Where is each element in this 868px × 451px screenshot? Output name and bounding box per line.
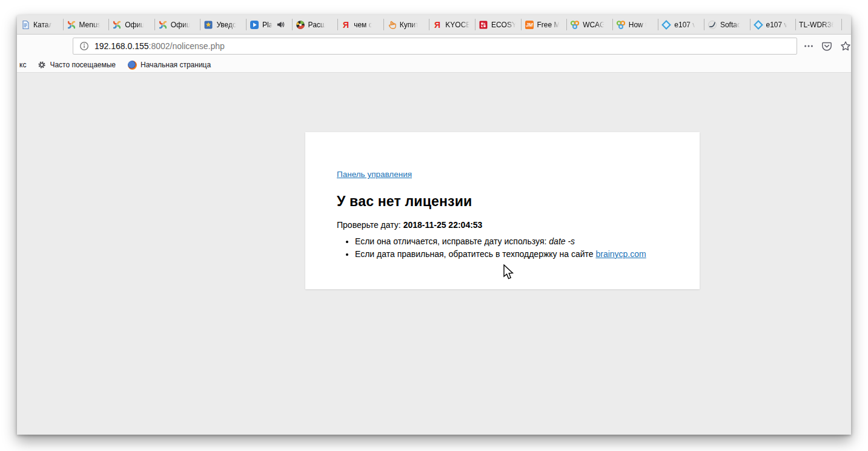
- url-host: 192.168.0.155: [94, 41, 149, 51]
- svg-text:Я: Я: [434, 20, 440, 30]
- tab-label: Катал: [33, 21, 53, 29]
- bookmark-label: Часто посещаемые: [50, 61, 116, 69]
- browser-tab[interactable]: Menus: [63, 15, 109, 34]
- browser-tab[interactable]: JM Free M: [521, 15, 567, 34]
- tab-separator: [841, 19, 842, 30]
- instruction-list: Если она отличается, исправьте дату испо…: [337, 236, 669, 259]
- tab-label: Офиц: [125, 21, 145, 29]
- circles-icon: [616, 20, 626, 30]
- extensions-icon: [296, 20, 305, 30]
- e107-icon: [754, 20, 763, 30]
- screenshot-canvas: Катал Menus Офиц Офиц Уведо Pla Расш Я ч…: [0, 0, 868, 451]
- tab-label: ECOSY: [491, 21, 517, 29]
- bookmark-item-partial[interactable]: кс: [18, 59, 27, 70]
- url-text: 192.168.0.155:8002/nolicense.php: [94, 41, 225, 51]
- jm-icon: JM: [525, 20, 534, 30]
- svg-text:Я: Я: [343, 20, 349, 30]
- browser-tab[interactable]: Катал: [17, 15, 63, 34]
- joomla-icon: [112, 20, 122, 30]
- yandex-icon: Я: [341, 20, 351, 30]
- browser-tab[interactable]: Я KYOCE: [429, 15, 475, 34]
- browser-tab[interactable]: ECOSY: [475, 15, 521, 34]
- joomla-icon: [158, 20, 168, 30]
- browser-tab[interactable]: How t: [612, 15, 658, 34]
- tab-label: Free M: [537, 21, 560, 29]
- page-content: Панель управления У вас нет лицензии Про…: [17, 72, 851, 434]
- yandex-icon: Я: [432, 20, 442, 30]
- svg-text:JM: JM: [526, 22, 533, 28]
- tab-audio-speaker-icon[interactable]: [276, 20, 285, 29]
- tab-label: WCAG: [583, 21, 605, 29]
- browser-tab[interactable]: WCAG: [566, 15, 612, 34]
- list-item-text: Если она отличается, исправьте дату испо…: [355, 236, 546, 246]
- navigation-toolbar: 192.168.0.155:8002/nolicense.php: [17, 35, 851, 58]
- browser-tab[interactable]: Расш: [292, 15, 338, 34]
- tab-label: Купит: [400, 21, 419, 29]
- tab-label: Уведо: [216, 21, 236, 29]
- browser-tab[interactable]: e107 v: [750, 15, 796, 34]
- browser-tab[interactable]: Softac: [704, 15, 750, 34]
- tab-label: Softac: [720, 21, 741, 29]
- gear-icon: [38, 61, 46, 69]
- click-icon: [387, 20, 397, 30]
- e107-icon: [661, 20, 671, 30]
- tab-label: KYOCE: [445, 21, 471, 29]
- bookmark-label: Начальная страница: [141, 61, 211, 69]
- urlbar-actions: [804, 41, 851, 52]
- mouse-cursor: [503, 264, 515, 283]
- browser-window: Катал Menus Офиц Офиц Уведо Pla Расш Я ч…: [17, 15, 851, 435]
- kyocera-icon: [479, 20, 488, 30]
- tab-label: Офиц: [171, 21, 191, 29]
- tab-label: чем о: [354, 21, 373, 29]
- brainycp-link[interactable]: brainycp.com: [595, 249, 646, 259]
- page-actions-icon[interactable]: [804, 41, 813, 51]
- date-command: date -s: [549, 236, 575, 246]
- tab-label: Pla: [262, 21, 273, 29]
- list-item: Если дата правильная, обратитесь в техпо…: [355, 249, 669, 259]
- bookmark-item-home-page[interactable]: Начальная страница: [124, 59, 215, 71]
- browser-tab[interactable]: TL-WDR36: [795, 15, 841, 34]
- browser-tab[interactable]: Купит: [383, 15, 429, 34]
- date-value: 2018-11-25 22:04:53: [403, 220, 483, 230]
- site-info-icon[interactable]: [79, 41, 89, 51]
- joomla-icon: [67, 20, 76, 30]
- tab-label: Menus: [79, 21, 101, 29]
- bookmarks-toolbar: кс Часто посещаемые Начальная страница: [17, 58, 851, 72]
- pocket-icon[interactable]: [821, 41, 832, 52]
- bookmark-star-icon[interactable]: [840, 41, 851, 52]
- firefox-icon: [128, 61, 137, 70]
- bookmark-item-frequently-visited[interactable]: Часто посещаемые: [33, 59, 120, 70]
- tab-label: How t: [629, 21, 648, 29]
- license-error-card: Панель управления У вас нет лицензии Про…: [305, 132, 700, 289]
- list-item-text: Если дата правильная, обратитесь в техпо…: [355, 249, 594, 259]
- list-item: Если она отличается, исправьте дату испо…: [355, 236, 669, 247]
- softaculous-icon: [707, 20, 717, 30]
- control-panel-link[interactable]: Панель управления: [337, 170, 412, 179]
- browser-tab[interactable]: Уведо: [200, 15, 246, 34]
- tab-bar: Катал Menus Офиц Офиц Уведо Pla Расш Я ч…: [17, 15, 851, 35]
- tab-label: e107 v: [766, 21, 788, 29]
- catalog-icon: [21, 20, 30, 30]
- badge-icon: [204, 20, 213, 30]
- url-path: :8002/nolicense.php: [149, 41, 225, 51]
- url-bar[interactable]: 192.168.0.155:8002/nolicense.php: [73, 38, 797, 55]
- browser-tab[interactable]: Офиц: [108, 15, 154, 34]
- circles-icon: [570, 20, 580, 30]
- tab-label: e107 v: [674, 21, 696, 29]
- page-title: У вас нет лицензии: [337, 193, 669, 210]
- browser-tab[interactable]: Pla: [246, 15, 292, 34]
- tab-label: Расш: [308, 21, 326, 29]
- browser-tab[interactable]: Я чем о: [337, 15, 383, 34]
- browser-tab[interactable]: Офиц: [154, 15, 200, 34]
- browser-tab[interactable]: e107 v: [658, 15, 704, 34]
- date-label: Проверьте дату:: [337, 220, 401, 230]
- tab-label: TL-WDR36: [799, 21, 835, 29]
- play-icon: [250, 20, 259, 30]
- date-line: Проверьте дату: 2018-11-25 22:04:53: [337, 220, 669, 230]
